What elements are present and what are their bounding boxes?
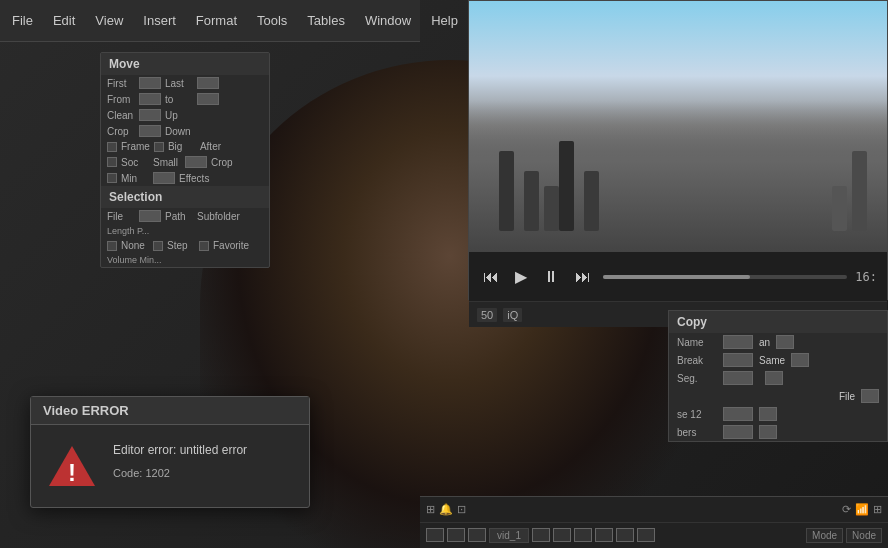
move-min-swatch[interactable] [153,172,175,184]
move-big-label: Big [168,141,196,152]
tb-icon-1[interactable]: ⊞ [426,503,435,516]
tb-swatch-9[interactable] [637,528,655,542]
move-down-label: Down [165,126,193,137]
tb-swatch-6[interactable] [574,528,592,542]
move-crop-swatch[interactable] [139,125,161,137]
copy-bers-swatch[interactable] [723,425,753,439]
menu-edit[interactable]: Edit [51,9,77,32]
move-big-check[interactable] [154,142,164,152]
copy-break-swatch2[interactable] [791,353,809,367]
move-small-swatch[interactable] [185,156,207,168]
move-effects-label: Effects [179,173,209,184]
tb-swatch-4[interactable] [532,528,550,542]
progress-fill [603,275,750,279]
copy-name-swatch[interactable] [723,335,753,349]
error-text-block: Editor error: untitled error Code: 1202 [113,441,247,479]
tb-icon-3[interactable]: ⊡ [457,503,466,516]
video-player: ⏮ ▶ ⏸ ⏭ 16: 50 iQ [468,0,888,300]
menu-file[interactable]: File [10,9,35,32]
move-row-4: Crop Down [101,123,269,139]
progress-bar[interactable] [603,275,847,279]
sel-step-check[interactable] [153,241,163,251]
copy-seg-label: Seg. [677,373,717,384]
move-frame-check[interactable] [107,142,117,152]
menu-tools[interactable]: Tools [255,9,289,32]
btn-play[interactable]: ▶ [511,265,531,288]
copy-row-seg: Seg. [669,369,887,387]
menu-view[interactable]: View [93,9,125,32]
move-row-2: From to [101,91,269,107]
figure-6 [832,186,847,231]
timecode: 16: [855,270,877,284]
tb-mode-label[interactable]: Mode [806,528,843,543]
move-to-label: to [165,94,193,105]
selection-row-1: File Path Subfolder [101,208,269,224]
tb-swatch-3[interactable] [468,528,486,542]
sel-none-check[interactable] [107,241,117,251]
copy-se12-swatch2[interactable] [759,407,777,421]
copy-break-swatch[interactable] [723,353,753,367]
tb-node-label[interactable]: Node [846,528,882,543]
btn-pause[interactable]: ⏸ [539,266,563,288]
copy-se12-swatch[interactable] [723,407,753,421]
menu-help[interactable]: Help [429,9,460,32]
move-to-swatch[interactable] [197,93,219,105]
toolbar-top: ⊞ 🔔 ⊡ ⟳ 📶 ⊞ [420,497,888,523]
tb-swatch-1[interactable] [426,528,444,542]
error-message: Editor error: untitled error [113,441,247,459]
copy-name-label: Name [677,337,717,348]
move-first-label: First [107,78,135,89]
copy-name-val: an [759,337,770,348]
tb-swatch-5[interactable] [553,528,571,542]
move-clean-label: Clean [107,110,135,121]
sel-path-label: Path [165,211,193,222]
menu-window[interactable]: Window [363,9,413,32]
sel-step-label: Step [167,240,195,251]
sel-subfolder-label: Subfolder [197,211,240,222]
figure-5 [584,171,599,231]
move-row-3: Clean Up [101,107,269,123]
copy-seg-swatch[interactable] [723,371,753,385]
toolbar-bottom: vid_1 Mode Node [420,523,888,548]
copy-name-swatch2[interactable] [776,335,794,349]
btn-skip-forward[interactable]: ⏭ [571,266,595,288]
copy-bers-swatch2[interactable] [759,425,777,439]
tb-icon-6[interactable]: ⊞ [873,503,882,516]
selection-row-vol: Volume Min... [101,253,269,267]
move-crop2-label: Crop [211,157,239,168]
move-from-swatch[interactable] [139,93,161,105]
menu-insert[interactable]: Insert [141,9,178,32]
tb-icon-5[interactable]: 📶 [855,503,869,516]
sub-iq: iQ [503,308,522,322]
move-last-label: Last [165,78,193,89]
selection-row-extra: Length P... [101,224,269,238]
copy-row-file: File [669,387,887,405]
sel-fav-check[interactable] [199,241,209,251]
move-soc-check[interactable] [107,157,117,167]
sel-file-swatch[interactable] [139,210,161,222]
tb-swatch-8[interactable] [616,528,634,542]
tb-vid-label[interactable]: vid_1 [489,528,529,543]
move-min-check[interactable] [107,173,117,183]
move-row-7: Min Effects [101,170,269,186]
sel-volume-label: Volume Min... [107,255,162,265]
move-frame-label: Frame [121,141,150,152]
move-clean-swatch[interactable] [139,109,161,121]
move-last-swatch[interactable] [197,77,219,89]
copy-seg-swatch2[interactable] [765,371,783,385]
figure-1 [499,151,514,231]
tb-icon-2[interactable]: 🔔 [439,503,453,516]
sub-number: 50 [477,308,497,322]
move-crop-label: Crop [107,126,135,137]
tb-swatch-2[interactable] [447,528,465,542]
menu-tables[interactable]: Tables [305,9,347,32]
move-min-label: Min [121,173,149,184]
copy-file-swatch[interactable] [861,389,879,403]
move-soc-label: Soc [121,157,149,168]
btn-skip-back[interactable]: ⏮ [479,266,503,288]
tb-swatch-7[interactable] [595,528,613,542]
sel-length-label: Length P... [107,226,149,236]
tb-icon-4[interactable]: ⟳ [842,503,851,516]
move-first-swatch[interactable] [139,77,161,89]
menu-format[interactable]: Format [194,9,239,32]
